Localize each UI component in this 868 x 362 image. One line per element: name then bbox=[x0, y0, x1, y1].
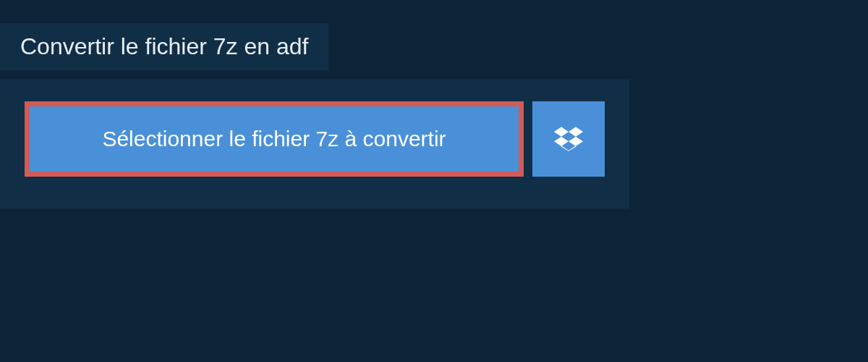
dropbox-button[interactable] bbox=[532, 101, 605, 177]
page-title: Convertir le fichier 7z en adf bbox=[20, 33, 308, 59]
select-file-button[interactable]: Sélectionner le fichier 7z à convertir bbox=[25, 101, 524, 177]
select-file-label: Sélectionner le fichier 7z à convertir bbox=[102, 127, 446, 151]
page-title-tab: Convertir le fichier 7z en adf bbox=[0, 23, 328, 70]
file-select-panel: Sélectionner le fichier 7z à convertir bbox=[0, 80, 629, 209]
main-container: Convertir le fichier 7z en adf Sélection… bbox=[0, 0, 868, 362]
dropbox-icon bbox=[554, 125, 583, 153]
